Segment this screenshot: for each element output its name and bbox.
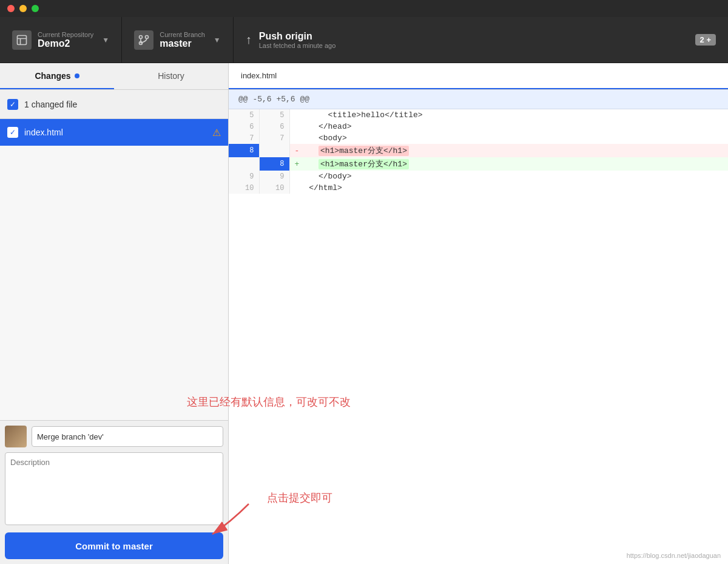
avatar	[5, 426, 27, 447]
svg-point-2	[146, 35, 149, 38]
commit-message-input[interactable]	[32, 426, 223, 447]
current-repository-section[interactable]: Current Repository Demo2 ▼	[0, 17, 122, 63]
push-text-group: Push origin Last fetched a minute ago	[259, 31, 336, 49]
line-content: </head>	[304, 121, 727, 132]
diff-sign	[289, 182, 304, 194]
diff-sign	[289, 109, 304, 121]
traffic-light-red[interactable]	[7, 5, 15, 12]
left-tabs: Changes History	[0, 63, 229, 89]
diff-header: @@ -5,6 +5,6 @@	[229, 90, 728, 109]
line-content-added: <h1>master分支</h1>	[304, 157, 727, 171]
push-label: Push origin	[259, 31, 336, 42]
line-content: </body>	[304, 171, 727, 182]
new-line-num: 10	[259, 182, 289, 194]
old-line-num-selected: 8	[229, 144, 259, 157]
line-content-removed: <h1>master分支</h1>	[304, 144, 727, 157]
diff-table: 5 5 <title>hello</title> 6 6 </head> 7 7	[229, 109, 728, 194]
svg-rect-0	[18, 35, 27, 44]
left-panel: ✓ 1 changed file ✓ index.html ⚠ Commit t…	[0, 90, 229, 564]
push-arrow-icon: ↑	[246, 33, 252, 47]
commit-area: Commit to master	[0, 420, 228, 564]
repo-value: Demo2	[38, 38, 93, 49]
traffic-light-green[interactable]	[32, 5, 39, 12]
branch-value: master	[160, 38, 205, 49]
traffic-light-yellow[interactable]	[19, 5, 27, 12]
tab-changes[interactable]: Changes	[0, 63, 114, 89]
diff-sign	[289, 171, 304, 182]
diff-line-removed: 8 - <h1>master分支</h1>	[229, 144, 728, 157]
push-left-group: ↑ Push origin Last fetched a minute ago	[246, 31, 336, 49]
tab-history-label: History	[158, 71, 184, 81]
annotation-commit-hint: 这里已经有默认信息，可改可不改	[187, 395, 351, 409]
current-branch-section[interactable]: Current Branch master ▼	[122, 17, 233, 63]
diff-sign	[289, 121, 304, 132]
repo-label: Current Repository	[38, 31, 93, 38]
branch-chevron-icon: ▼	[214, 36, 221, 44]
line-content: <title>hello</title>	[304, 109, 727, 121]
new-line-num: 9	[259, 171, 289, 182]
branch-icon	[134, 30, 153, 50]
diff-line-6: 10 10 </html>	[229, 182, 728, 194]
watermark: https://blog.csdn.net/jiaodaguan	[627, 552, 721, 559]
diff-line-1: 5 5 <title>hello</title>	[229, 109, 728, 121]
new-line-num-empty	[259, 144, 289, 157]
diff-sign-plus: +	[289, 157, 304, 171]
old-line-num: 6	[229, 121, 259, 132]
files-list-area	[0, 146, 228, 420]
svg-point-1	[140, 35, 143, 38]
diff-sign	[289, 132, 304, 144]
file-name: index.html	[24, 127, 206, 137]
push-sublabel: Last fetched a minute ago	[259, 42, 336, 49]
diff-line-2: 6 6 </head>	[229, 121, 728, 132]
repo-text-group: Current Repository Demo2	[38, 31, 93, 49]
diff-file-tab: index.html	[229, 63, 728, 89]
commit-description-textarea[interactable]	[5, 452, 223, 525]
old-line-num: 10	[229, 182, 259, 194]
branch-label: Current Branch	[160, 31, 205, 38]
old-line-num: 5	[229, 109, 259, 121]
diff-file-name: index.html	[241, 71, 277, 80]
branch-text-group: Current Branch master	[160, 31, 205, 49]
repo-icon	[12, 30, 32, 50]
old-line-num-empty	[229, 157, 259, 171]
warning-icon: ⚠	[212, 127, 221, 138]
diff-line-5: 9 9 </body>	[229, 171, 728, 182]
annotation-click-hint: 点击提交即可	[267, 491, 332, 505]
diff-line-added: 8 + <h1>master分支</h1>	[229, 157, 728, 171]
new-line-num: 7	[259, 132, 289, 144]
diff-sign-minus: -	[289, 144, 304, 157]
changes-dot	[75, 73, 79, 78]
diff-line-3: 7 7 <body>	[229, 132, 728, 144]
repo-chevron-icon: ▼	[102, 36, 109, 44]
new-line-num: 5	[259, 109, 289, 121]
new-line-num: 6	[259, 121, 289, 132]
main-content: ✓ 1 changed file ✓ index.html ⚠ Commit t…	[0, 90, 728, 564]
tab-history[interactable]: History	[114, 63, 228, 89]
old-line-num: 7	[229, 132, 259, 144]
tab-bar: Changes History index.html	[0, 63, 728, 90]
annotation-arrow-svg	[194, 498, 267, 540]
old-line-num: 9	[229, 171, 259, 182]
changed-count: 1 changed file	[24, 100, 77, 109]
tab-changes-label: Changes	[35, 71, 70, 81]
file-checkbox[interactable]: ✓	[7, 127, 18, 138]
push-badge: 2 +	[695, 34, 716, 46]
line-content: <body>	[304, 132, 727, 144]
toolbar: Current Repository Demo2 ▼ Current Branc…	[0, 17, 728, 63]
changed-files-header: ✓ 1 changed file	[0, 90, 228, 119]
commit-button[interactable]: Commit to master	[5, 532, 223, 559]
new-line-num-selected: 8	[259, 157, 289, 171]
file-item-index-html[interactable]: ✓ index.html ⚠	[0, 119, 228, 146]
diff-header-text: @@ -5,6 +5,6 @@	[238, 95, 309, 104]
line-content: </html>	[304, 182, 727, 194]
commit-top-row	[5, 426, 223, 447]
title-bar	[0, 0, 728, 17]
select-all-checkbox[interactable]: ✓	[7, 99, 18, 110]
push-origin-section[interactable]: ↑ Push origin Last fetched a minute ago …	[234, 17, 728, 63]
